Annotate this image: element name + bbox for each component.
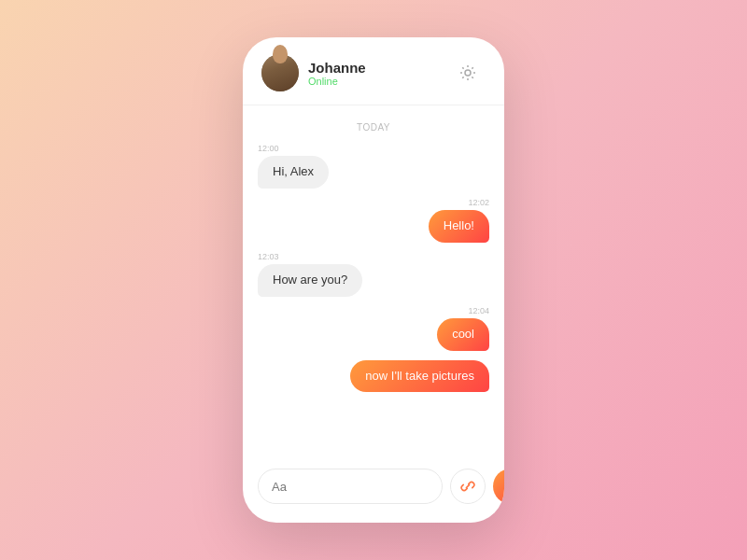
message-group: 12:04 cool (258, 306, 489, 351)
message-time: 12:04 (468, 306, 489, 315)
header-info: Johanne Online (308, 60, 450, 87)
send-icon (503, 479, 504, 494)
input-area (243, 457, 504, 523)
message-bubble: Hello! (429, 210, 489, 243)
message-input[interactable] (258, 469, 443, 504)
messages-area: TODAY 12:00 Hi, Alex 12:02 Hello! 12:03 … (243, 105, 504, 457)
message-group: now I'll take pictures (258, 360, 489, 393)
message-time: 12:02 (468, 198, 489, 207)
message-time: 12:00 (258, 144, 279, 153)
message-bubble: Hi, Alex (258, 156, 329, 189)
message-group: 12:00 Hi, Alex (258, 144, 489, 189)
gear-icon (458, 63, 477, 82)
message-bubble: now I'll take pictures (350, 360, 489, 393)
link-icon (460, 479, 475, 494)
message-group: 12:02 Hello! (258, 198, 489, 243)
message-bubble: cool (437, 318, 489, 351)
send-button[interactable] (493, 469, 504, 504)
chat-window: Johanne Online TODAY 12:00 Hi, Alex 12:0… (243, 37, 504, 523)
chat-header: Johanne Online (243, 37, 504, 105)
settings-button[interactable] (450, 55, 486, 91)
date-divider: TODAY (258, 122, 489, 133)
link-button[interactable] (450, 469, 486, 504)
message-bubble: How are you? (258, 264, 362, 297)
online-status: Online (308, 76, 450, 87)
contact-name: Johanne (308, 60, 450, 76)
avatar (261, 54, 299, 91)
message-group: 12:03 How are you? (258, 252, 489, 297)
svg-point-0 (465, 70, 471, 76)
message-time: 12:03 (258, 252, 279, 261)
